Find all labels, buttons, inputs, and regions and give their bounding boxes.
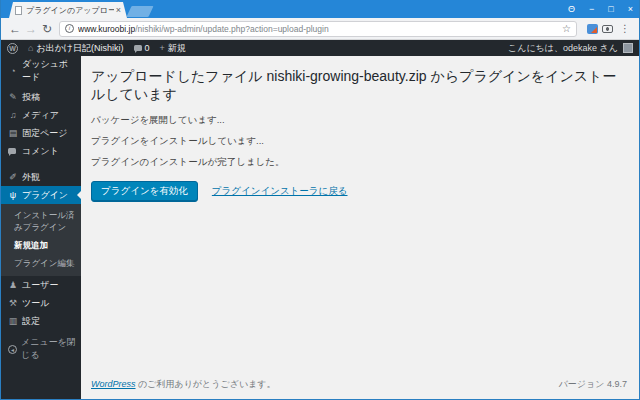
- wordpress-logo-icon: W: [7, 43, 18, 54]
- sidebar-label-tools: ツール: [22, 297, 49, 310]
- page-title: アップロードしたファイル nishiki-growing-beauty.zip …: [91, 68, 627, 104]
- sidebar-item-dashboard[interactable]: ◔ ダッシュボード: [1, 62, 81, 80]
- page-favicon-icon: [15, 6, 22, 15]
- collapse-arrow-icon: ◂: [8, 345, 17, 354]
- sidebar-item-posts[interactable]: ✎ 投稿: [1, 88, 81, 106]
- pushpin-icon: ✎: [7, 92, 19, 102]
- site-name-link[interactable]: ⌂ お出かけ日記(Nishiki): [28, 42, 124, 55]
- sidebar-label-comments: コメント: [22, 145, 59, 158]
- url-host: www.kuroobi.jp: [78, 24, 135, 34]
- settings-icon: ▥: [7, 316, 19, 326]
- wordpress-link[interactable]: WordPress: [91, 379, 136, 389]
- sidebar-label-posts: 投稿: [22, 91, 40, 104]
- comments-icon: [7, 146, 19, 156]
- sidebar-item-media[interactable]: ♫ メディア: [1, 106, 81, 124]
- media-icon: ♫: [7, 110, 19, 120]
- user-icon: ♟: [7, 280, 19, 290]
- wp-admin-sidebar: ◔ ダッシュボード ✎ 投稿 ♫ メディア ▤ 固定ページ コメント ✐ 外観: [1, 56, 81, 399]
- url-text: www.kuroobi.jp/nishiki/wp-admin/update.p…: [78, 24, 558, 34]
- url-bar[interactable]: i www.kuroobi.jp/nishiki/wp-admin/update…: [59, 21, 577, 37]
- sidebar-item-users[interactable]: ♟ ユーザー: [1, 276, 81, 294]
- wp-logo-menu[interactable]: W: [7, 43, 18, 54]
- home-icon: ⌂: [28, 43, 33, 53]
- sidebar-label-users: ユーザー: [22, 279, 58, 292]
- sidebar-label-dashboard: ダッシュボード: [22, 58, 77, 84]
- admin-bar-right: こんにちは、odekake さん: [508, 42, 633, 55]
- sidebar-item-tools[interactable]: ⚒ ツール: [1, 294, 81, 312]
- comment-count: 0: [145, 43, 150, 53]
- wp-admin-bar: W ⌂ お出かけ日記(Nishiki) 0 + 新規 こんにちは、odekake…: [1, 40, 639, 56]
- sidebar-item-settings[interactable]: ▥ 設定: [1, 312, 81, 330]
- howdy-greeting[interactable]: こんにちは、odekake さん: [508, 42, 618, 55]
- extension-icon[interactable]: [587, 24, 598, 34]
- user-avatar[interactable]: [623, 43, 633, 53]
- page-icon: ▤: [7, 128, 19, 138]
- forward-icon: →: [23, 22, 39, 36]
- sidebar-label-settings: 設定: [22, 315, 40, 328]
- close-button[interactable]: ×: [628, 0, 633, 18]
- back-icon[interactable]: ←: [7, 22, 23, 36]
- maximize-button[interactable]: □: [608, 0, 613, 18]
- window-controls: Θ − □ ×: [568, 0, 633, 18]
- comments-link[interactable]: 0: [134, 43, 150, 53]
- site-name: お出かけ日記(Nishiki): [36, 42, 123, 55]
- sidebar-label-plugins: プラグイン: [22, 189, 68, 202]
- plugins-submenu: インストール済みプラグイン 新規追加 プラグイン編集: [1, 204, 81, 276]
- url-path: /nishiki/wp-admin/update.php?action=uplo…: [135, 24, 329, 34]
- new-tab-button[interactable]: [126, 6, 153, 17]
- status-unpacking: パッケージを展開しています...: [91, 114, 627, 127]
- plus-icon: +: [160, 43, 165, 53]
- browser-toolbar: ← → ↻ i www.kuroobi.jp/nishiki/wp-admin/…: [1, 18, 639, 40]
- sidebar-label-media: メディア: [22, 109, 59, 122]
- tab-close-icon[interactable]: ×: [114, 5, 123, 15]
- reload-icon[interactable]: ↻: [39, 22, 55, 36]
- dashboard-icon: ◔: [7, 66, 19, 76]
- actions-row: プラグインを有効化 プラグインインストーラに戻る: [91, 181, 627, 202]
- wrench-icon: ⚒: [7, 298, 19, 308]
- footer-thanks: WordPress のご利用ありがとうございます。: [91, 378, 276, 391]
- comment-bubble-icon: [8, 148, 16, 154]
- info-icon[interactable]: i: [65, 24, 74, 33]
- sidebar-item-appearance[interactable]: ✐ 外観: [1, 168, 81, 186]
- sidebar-label-appearance: 外観: [22, 171, 40, 184]
- return-to-installer-link[interactable]: プラグインインストーラに戻る: [212, 185, 348, 198]
- footer-thanks-text: のご利用ありがとうございます。: [136, 379, 276, 389]
- browser-menu-icon[interactable]: ⋮: [617, 23, 633, 34]
- tab-title: プラグインのアップロード ‹ おま: [26, 5, 114, 16]
- submenu-add-new[interactable]: 新規追加: [1, 236, 81, 254]
- comment-bubble-icon: [134, 45, 142, 51]
- minimize-button[interactable]: −: [589, 0, 594, 18]
- new-label: 新規: [168, 42, 186, 55]
- status-installing: プラグインをインストールしています...: [91, 135, 627, 148]
- browser-tab[interactable]: プラグインのアップロード ‹ おま ×: [9, 2, 127, 18]
- browser-window: プラグインのアップロード ‹ おま × Θ − □ × ← → ↻ i www.…: [0, 0, 640, 400]
- submenu-installed-plugins[interactable]: インストール済みプラグイン: [1, 206, 81, 236]
- sidebar-item-pages[interactable]: ▤ 固定ページ: [1, 124, 81, 142]
- new-content-link[interactable]: + 新規: [160, 42, 186, 55]
- plugin-icon: ψ: [7, 190, 19, 200]
- sidebar-item-comments[interactable]: コメント: [1, 142, 81, 160]
- profile-icon[interactable]: Θ: [568, 0, 575, 18]
- admin-footer: WordPress のご利用ありがとうございます。 バージョン 4.9.7: [91, 378, 627, 391]
- collapse-menu-button[interactable]: ◂ メニューを閉じる: [1, 340, 81, 358]
- sidebar-item-plugins[interactable]: ψ プラグイン: [1, 186, 81, 204]
- sidebar-label-pages: 固定ページ: [22, 127, 67, 140]
- bookmark-star-icon[interactable]: ☆: [562, 23, 571, 34]
- camera-extension-icon[interactable]: [602, 25, 613, 33]
- main-content: アップロードしたファイル nishiki-growing-beauty.zip …: [81, 56, 639, 399]
- status-complete: プラグインのインストールが完了しました。: [91, 156, 627, 169]
- version-text: バージョン 4.9.7: [559, 378, 627, 391]
- browser-titlebar: プラグインのアップロード ‹ おま × Θ − □ ×: [1, 0, 639, 18]
- activate-plugin-button[interactable]: プラグインを有効化: [91, 181, 198, 202]
- brush-icon: ✐: [7, 172, 19, 182]
- submenu-plugin-editor[interactable]: プラグイン編集: [1, 254, 81, 272]
- collapse-menu-label: メニューを閉じる: [21, 336, 77, 362]
